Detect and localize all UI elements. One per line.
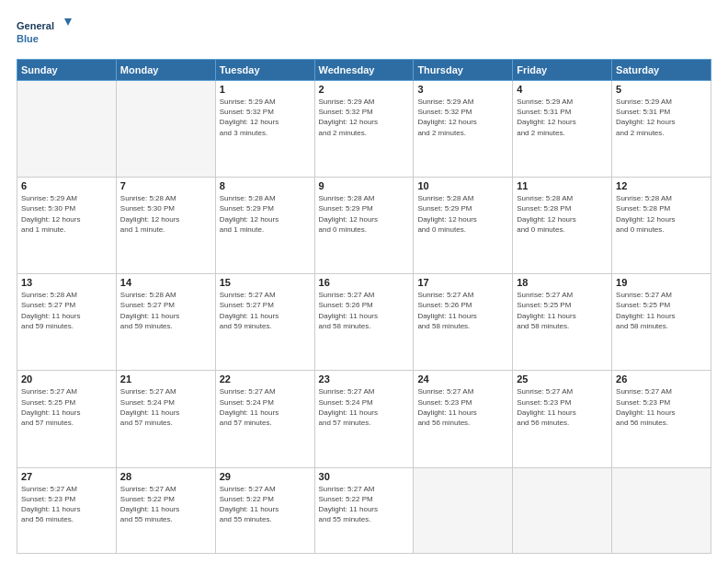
day-number: 30	[319, 471, 410, 482]
day-number: 11	[517, 180, 608, 191]
weekday-header-wednesday: Wednesday	[314, 60, 414, 81]
day-number: 14	[120, 277, 211, 288]
week-row-4: 20Sunrise: 5:27 AM Sunset: 5:25 PM Dayli…	[17, 371, 711, 467]
day-info: Sunrise: 5:28 AM Sunset: 5:30 PM Dayligh…	[120, 193, 211, 235]
day-number: 12	[616, 180, 707, 191]
day-number: 25	[517, 373, 608, 385]
day-number: 6	[21, 180, 112, 191]
day-number: 18	[517, 277, 608, 288]
day-info: Sunrise: 5:27 AM Sunset: 5:24 PM Dayligh…	[220, 386, 311, 428]
day-info: Sunrise: 5:27 AM Sunset: 5:23 PM Dayligh…	[616, 386, 707, 428]
day-number: 5	[616, 84, 707, 95]
calendar-cell: 8Sunrise: 5:28 AM Sunset: 5:29 PM Daylig…	[215, 178, 314, 274]
day-info: Sunrise: 5:27 AM Sunset: 5:23 PM Dayligh…	[21, 484, 112, 525]
calendar-cell: 19Sunrise: 5:27 AM Sunset: 5:25 PM Dayli…	[612, 274, 711, 371]
weekday-header-thursday: Thursday	[414, 60, 513, 81]
day-info: Sunrise: 5:29 AM Sunset: 5:30 PM Dayligh…	[21, 193, 112, 235]
logo: General Blue	[17, 17, 72, 50]
calendar-table: SundayMondayTuesdayWednesdayThursdayFrid…	[17, 59, 711, 554]
calendar-cell: 20Sunrise: 5:27 AM Sunset: 5:25 PM Dayli…	[17, 371, 117, 467]
calendar-cell: 4Sunrise: 5:29 AM Sunset: 5:31 PM Daylig…	[513, 81, 612, 178]
day-info: Sunrise: 5:28 AM Sunset: 5:27 PM Dayligh…	[120, 290, 211, 331]
week-row-2: 6Sunrise: 5:29 AM Sunset: 5:30 PM Daylig…	[17, 178, 711, 274]
calendar-cell: 18Sunrise: 5:27 AM Sunset: 5:25 PM Dayli…	[513, 274, 612, 371]
day-info: Sunrise: 5:28 AM Sunset: 5:29 PM Dayligh…	[319, 193, 410, 235]
day-info: Sunrise: 5:29 AM Sunset: 5:31 PM Dayligh…	[517, 97, 608, 138]
day-number: 19	[616, 277, 707, 288]
calendar-cell: 3Sunrise: 5:29 AM Sunset: 5:32 PM Daylig…	[414, 81, 513, 178]
svg-text:Blue: Blue	[17, 33, 39, 44]
day-number: 16	[319, 277, 410, 288]
calendar-cell: 24Sunrise: 5:27 AM Sunset: 5:23 PM Dayli…	[414, 371, 513, 467]
calendar-cell: 10Sunrise: 5:28 AM Sunset: 5:29 PM Dayli…	[414, 178, 513, 274]
calendar-cell: 27Sunrise: 5:27 AM Sunset: 5:23 PM Dayli…	[17, 467, 117, 554]
calendar-cell: 29Sunrise: 5:27 AM Sunset: 5:22 PM Dayli…	[215, 467, 314, 554]
day-info: Sunrise: 5:27 AM Sunset: 5:27 PM Dayligh…	[220, 290, 311, 331]
day-info: Sunrise: 5:27 AM Sunset: 5:23 PM Dayligh…	[417, 386, 508, 428]
calendar-cell: 15Sunrise: 5:27 AM Sunset: 5:27 PM Dayli…	[215, 274, 314, 371]
day-number: 10	[417, 180, 508, 191]
calendar-cell: 12Sunrise: 5:28 AM Sunset: 5:28 PM Dayli…	[612, 178, 711, 274]
day-number: 2	[319, 84, 410, 95]
day-info: Sunrise: 5:29 AM Sunset: 5:31 PM Dayligh…	[616, 97, 707, 138]
calendar-cell	[414, 467, 513, 554]
svg-text:General: General	[17, 20, 54, 31]
calendar-cell: 17Sunrise: 5:27 AM Sunset: 5:26 PM Dayli…	[414, 274, 513, 371]
calendar-cell: 2Sunrise: 5:29 AM Sunset: 5:32 PM Daylig…	[314, 81, 414, 178]
day-number: 28	[120, 471, 211, 482]
day-number: 13	[21, 277, 112, 288]
calendar-cell: 26Sunrise: 5:27 AM Sunset: 5:23 PM Dayli…	[612, 371, 711, 467]
day-number: 4	[517, 84, 608, 95]
day-number: 21	[120, 373, 211, 385]
day-info: Sunrise: 5:27 AM Sunset: 5:22 PM Dayligh…	[319, 484, 410, 525]
week-row-3: 13Sunrise: 5:28 AM Sunset: 5:27 PM Dayli…	[17, 274, 711, 371]
calendar-cell	[17, 81, 117, 178]
day-info: Sunrise: 5:27 AM Sunset: 5:23 PM Dayligh…	[517, 386, 608, 428]
calendar-cell: 6Sunrise: 5:29 AM Sunset: 5:30 PM Daylig…	[17, 178, 117, 274]
day-number: 27	[21, 471, 112, 482]
weekday-header-sunday: Sunday	[17, 60, 117, 81]
weekday-header-tuesday: Tuesday	[215, 60, 314, 81]
day-number: 20	[21, 373, 112, 385]
day-info: Sunrise: 5:28 AM Sunset: 5:27 PM Dayligh…	[21, 290, 112, 331]
day-info: Sunrise: 5:27 AM Sunset: 5:25 PM Dayligh…	[616, 290, 707, 331]
weekday-header-monday: Monday	[116, 60, 215, 81]
header: General Blue	[17, 17, 711, 50]
day-info: Sunrise: 5:27 AM Sunset: 5:22 PM Dayligh…	[120, 484, 211, 525]
day-number: 23	[319, 373, 410, 385]
day-number: 1	[220, 84, 311, 95]
week-row-1: 1Sunrise: 5:29 AM Sunset: 5:32 PM Daylig…	[17, 81, 711, 178]
logo-svg: General Blue	[17, 17, 72, 50]
calendar-cell: 21Sunrise: 5:27 AM Sunset: 5:24 PM Dayli…	[116, 371, 215, 467]
weekday-header-friday: Friday	[513, 60, 612, 81]
calendar-cell	[116, 81, 215, 178]
calendar-cell: 28Sunrise: 5:27 AM Sunset: 5:22 PM Dayli…	[116, 467, 215, 554]
calendar-cell: 5Sunrise: 5:29 AM Sunset: 5:31 PM Daylig…	[612, 81, 711, 178]
day-info: Sunrise: 5:27 AM Sunset: 5:25 PM Dayligh…	[517, 290, 608, 331]
day-number: 7	[120, 180, 211, 191]
day-number: 8	[220, 180, 311, 191]
day-number: 26	[616, 373, 707, 385]
calendar-cell	[612, 467, 711, 554]
day-info: Sunrise: 5:27 AM Sunset: 5:26 PM Dayligh…	[417, 290, 508, 331]
day-info: Sunrise: 5:27 AM Sunset: 5:22 PM Dayligh…	[220, 484, 311, 525]
day-number: 22	[220, 373, 311, 385]
calendar-cell: 1Sunrise: 5:29 AM Sunset: 5:32 PM Daylig…	[215, 81, 314, 178]
calendar-cell: 11Sunrise: 5:28 AM Sunset: 5:28 PM Dayli…	[513, 178, 612, 274]
day-info: Sunrise: 5:28 AM Sunset: 5:29 PM Dayligh…	[417, 193, 508, 235]
day-info: Sunrise: 5:29 AM Sunset: 5:32 PM Dayligh…	[220, 97, 311, 138]
calendar-cell: 9Sunrise: 5:28 AM Sunset: 5:29 PM Daylig…	[314, 178, 414, 274]
svg-marker-2	[64, 18, 72, 26]
day-number: 29	[220, 471, 311, 482]
calendar-cell: 13Sunrise: 5:28 AM Sunset: 5:27 PM Dayli…	[17, 274, 117, 371]
day-number: 9	[319, 180, 410, 191]
calendar-cell	[513, 467, 612, 554]
day-info: Sunrise: 5:28 AM Sunset: 5:29 PM Dayligh…	[220, 193, 311, 235]
calendar-cell: 25Sunrise: 5:27 AM Sunset: 5:23 PM Dayli…	[513, 371, 612, 467]
weekday-header-row: SundayMondayTuesdayWednesdayThursdayFrid…	[17, 60, 711, 81]
day-info: Sunrise: 5:29 AM Sunset: 5:32 PM Dayligh…	[417, 97, 508, 138]
day-info: Sunrise: 5:28 AM Sunset: 5:28 PM Dayligh…	[616, 193, 707, 235]
weekday-header-saturday: Saturday	[612, 60, 711, 81]
calendar-cell: 16Sunrise: 5:27 AM Sunset: 5:26 PM Dayli…	[314, 274, 414, 371]
day-number: 17	[417, 277, 508, 288]
